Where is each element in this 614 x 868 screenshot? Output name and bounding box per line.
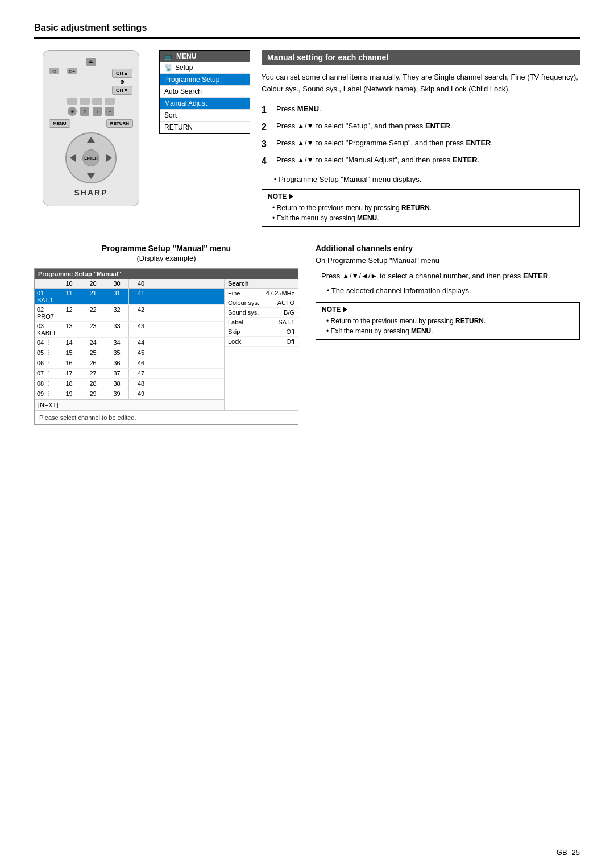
row-num: 01 SAT.1 [35, 289, 57, 304]
note-box: NOTE • Return to the previous menu by pr… [262, 189, 580, 227]
additional-bullet: • The selected channel information displ… [327, 285, 580, 297]
step-1: 1 Press MENU. [262, 103, 580, 117]
btn-small-3[interactable] [92, 98, 102, 105]
table-row[interactable]: 03 KABEL 13 23 33 43 [35, 322, 224, 338]
sound-value: B/G [284, 309, 294, 316]
menu-item-setup[interactable]: 📡Setup [160, 62, 250, 74]
menu-panel-title: 📺 MENU [160, 51, 250, 62]
table-row[interactable]: 05 ⋮ 15 25 35 45 [35, 348, 224, 358]
col-10-header: 10 [57, 279, 81, 288]
additional-channels-section: Additional channels entry On Programme S… [316, 244, 580, 425]
step-2: 2 Press ▲/▼ to select "Setup", and then … [262, 120, 580, 134]
col-30-header: 30 [105, 279, 129, 288]
additional-subtitle: On Programme Setup "Manual" menu [316, 256, 580, 265]
colour-value: AUTO [277, 299, 294, 306]
programme-setup-section: Programme Setup "Manual" menu (Display e… [34, 244, 298, 425]
table-row[interactable]: 01 SAT.1 11 21 31 41 [35, 289, 224, 305]
menu-item-programme-setup[interactable]: Programme Setup [160, 74, 250, 86]
menu-item-return[interactable]: RETURN [160, 122, 250, 133]
return-btn-remote[interactable]: RETURN [106, 119, 133, 128]
table-row[interactable]: 09 ⋮ 19 29 39 49 [35, 389, 224, 399]
prog-table-header: 10 20 30 40 [35, 279, 224, 289]
nav-down-arrow [87, 173, 95, 179]
right-col-skip: Skip Off [225, 327, 298, 337]
remote-control: ⏏ ◁ — ▷+ CH▲ ⊕ CH▼ [43, 50, 139, 206]
btn-small-4[interactable] [105, 98, 115, 105]
right-col-colour: Colour sys. AUTO [225, 298, 298, 308]
additional-note-box: NOTE • Return to the previous menu by pr… [316, 302, 580, 340]
right-col-lock: Lock Off [225, 337, 298, 347]
menu-item-manual-adjust[interactable]: Manual Adjust [160, 98, 250, 110]
right-col-sound: Sound sys. B/G [225, 308, 298, 318]
btn-small-1[interactable] [67, 98, 77, 105]
prog-table-next[interactable]: [NEXT] [35, 399, 224, 410]
note-item-2: • Exit the menu by pressing MENU. [272, 213, 574, 223]
right-col-search: Search [225, 279, 298, 289]
steps-list: 1 Press MENU. 2 Press ▲/▼ to select "Set… [262, 103, 580, 168]
menu-btn-remote[interactable]: MENU [49, 119, 70, 128]
table-row[interactable]: 02 PRO7 12 22 32 42 [35, 305, 224, 322]
additional-step: Press ▲/▼/◄/► to select a channel number… [321, 270, 580, 282]
table-row[interactable]: 07 ⋮ 17 27 37 47 [35, 369, 224, 379]
manual-setting-section: Manual setting for each channel You can … [262, 50, 580, 227]
table-row[interactable]: 06 ⋮ 16 26 36 46 [35, 358, 224, 369]
prog-table: Programme Setup "Manual" 10 20 30 40 01 … [34, 268, 298, 425]
nav-ring: ENTER [65, 132, 117, 183]
ch-up-btn[interactable]: CH▲ [112, 69, 132, 78]
menu-item-auto-search[interactable]: Auto Search [160, 86, 250, 98]
ch-buttons: CH▲ ⊕ CH▼ [111, 68, 133, 95]
additional-note-arrow-icon [343, 307, 347, 312]
col-20-header: 20 [81, 279, 105, 288]
nav-up-arrow [87, 137, 95, 143]
note-title: NOTE [268, 193, 574, 201]
sound-label: Sound sys. [228, 309, 259, 316]
remote-control-container: ⏏ ◁ — ▷+ CH▲ ⊕ CH▼ [34, 50, 148, 227]
nav-left-arrow [70, 154, 76, 162]
vol-plus-btn[interactable]: ▷+ [67, 68, 77, 74]
square-btn-2[interactable]: i [93, 107, 102, 116]
step-4: 4 Press ▲/▼ to select "Manual Adjust", a… [262, 155, 580, 168]
additional-title: Additional channels entry [316, 244, 580, 253]
table-row[interactable]: 08 ⋮ 18 28 38 48 [35, 379, 224, 389]
circle-btn-1[interactable]: ⊙ [68, 107, 77, 116]
fine-label: Fine [228, 290, 240, 297]
skip-label: Skip [228, 328, 240, 335]
step-bullet: • Programme Setup "Manual" menu displays… [274, 175, 580, 183]
prog-table-left: 10 20 30 40 01 SAT.1 11 21 31 41 [35, 279, 224, 410]
ch-down-btn[interactable]: CH▼ [112, 86, 132, 95]
right-col-label: Label SAT.1 [225, 318, 298, 327]
square-btn-3[interactable]: ≡ [105, 107, 114, 116]
label-label: Label [228, 319, 243, 326]
lock-value: Off [287, 338, 294, 345]
table-row[interactable]: 04 ⋮ 14 24 34 44 [35, 338, 224, 348]
setup-icon: 📡 [164, 64, 173, 72]
square-btn-1[interactable]: ? [80, 107, 89, 116]
prog-table-right: Search Fine 47.25MHz Colour sys. AUTO So… [224, 279, 298, 410]
additional-note-item-1: • Return to the previous menu by pressin… [326, 316, 574, 326]
power-icon: ⏏ [86, 58, 96, 66]
page-title: Basic adjustment settings [34, 23, 580, 33]
note-item-1: • Return to the previous menu by pressin… [272, 203, 574, 213]
col-num-header [35, 279, 57, 288]
enter-btn[interactable]: ENTER [82, 149, 99, 166]
vol-minus-btn[interactable]: ◁ [49, 68, 59, 74]
brand-label: SHARP [49, 188, 133, 197]
volume-buttons: ◁ — ▷+ [49, 68, 77, 74]
prog-setup-title: Programme Setup "Manual" menu [34, 244, 298, 253]
btn-small-2[interactable] [80, 98, 90, 105]
menu-panel: 📺 MENU 📡Setup Programme Setup Auto Searc… [159, 50, 250, 227]
additional-note-item-2: • Exit the menu by pressing MENU. [326, 326, 574, 336]
label-value: SAT.1 [278, 319, 294, 326]
prog-setup-subtitle: (Display example) [34, 254, 298, 262]
manual-setting-header: Manual setting for each channel [262, 50, 580, 65]
prog-table-status: Please select channel to be edited. [35, 410, 298, 424]
skip-value: Off [287, 328, 294, 335]
lock-label: Lock [228, 338, 241, 345]
step-3: 3 Press ▲/▼ to select "Programme Setup",… [262, 137, 580, 151]
nav-right-arrow [106, 154, 112, 162]
menu-tv-icon: 📺 [164, 52, 173, 60]
right-col-fine: Fine 47.25MHz [225, 289, 298, 298]
menu-item-sort[interactable]: Sort [160, 110, 250, 122]
title-divider [34, 37, 580, 39]
page-number: GB -25 [557, 848, 580, 857]
